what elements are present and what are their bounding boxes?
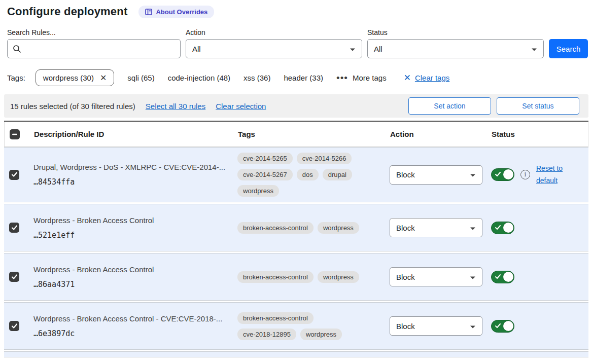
selection-summary: 15 rules selected (of 30 filtered rules) <box>10 102 135 111</box>
table-row: Wordpress - Broken Access Control …86aa4… <box>4 253 588 301</box>
chevron-down-icon <box>470 322 476 331</box>
table-row: Wordpress - Broken Access Control …521e1… <box>4 204 588 251</box>
more-tags-label: More tags <box>353 74 387 82</box>
book-icon <box>145 9 152 15</box>
status-toggle[interactable] <box>491 320 514 333</box>
rule-id: …521e1eff <box>33 231 227 240</box>
column-header-status: Status <box>492 130 588 138</box>
rule-description: Wordpress - Broken Access Control <box>33 265 227 274</box>
rule-description-cell: Wordpress - Broken Access Control …521e1… <box>33 216 237 240</box>
tag-pill: broken-access-control <box>237 271 314 283</box>
action-select-value: Block <box>396 170 415 179</box>
rule-description: Drupal, Wordpress - DoS - XMLRPC - CVE:C… <box>33 163 227 171</box>
action-select-value: Block <box>396 273 415 281</box>
action-filter-label: Action <box>186 28 362 37</box>
action-cell: Block <box>390 267 491 286</box>
status-filter-value: All <box>374 45 382 53</box>
table-row: Wordpress - Broken Access Control - CVE:… <box>4 302 588 350</box>
row-checkbox[interactable] <box>9 272 19 282</box>
row-tags: broken-access-controlwordpress <box>237 222 375 234</box>
status-toggle[interactable] <box>491 168 514 181</box>
rule-id: …6e3897dc <box>33 329 227 338</box>
rule-id: …86aa4371 <box>33 280 227 289</box>
chevron-down-icon <box>531 45 537 53</box>
chevron-down-icon <box>350 45 356 53</box>
status-toggle[interactable] <box>491 271 514 283</box>
info-icon: i <box>520 170 530 179</box>
row-checkbox[interactable] <box>9 170 19 180</box>
rules-table: Description/Rule ID Tags Action Status D… <box>4 121 588 357</box>
toggle-knob <box>503 169 513 179</box>
rule-description: Wordpress - Broken Access Control <box>33 216 227 225</box>
selected-tag-label: wordpress (30) <box>43 74 94 82</box>
action-select[interactable]: Block <box>390 316 482 336</box>
clear-tags-link[interactable]: ✕ Clear tags <box>404 72 450 83</box>
tag-pill: wordpress <box>318 222 359 234</box>
toggle-knob <box>503 272 513 282</box>
status-cell <box>491 222 588 234</box>
search-icon <box>13 45 21 53</box>
selected-tag-chip[interactable]: wordpress (30) ✕ <box>36 69 114 86</box>
chevron-down-icon <box>470 273 476 281</box>
status-cell <box>491 271 588 283</box>
filter-tag[interactable]: header (33) <box>284 74 323 82</box>
status-filter-select[interactable]: All <box>367 39 544 58</box>
clear-selection-link[interactable]: Clear selection <box>216 102 266 111</box>
table-row: Drupal, Wordpress - DoS - XMLRPC - CVE:C… <box>4 147 588 202</box>
action-select-value: Block <box>396 322 415 331</box>
action-filter-select[interactable]: All <box>186 39 362 58</box>
row-checkbox[interactable] <box>9 321 19 331</box>
action-select[interactable]: Block <box>390 267 482 286</box>
toggle-knob <box>503 223 513 233</box>
filter-tag[interactable]: sqli (65) <box>127 74 154 82</box>
action-filter-value: All <box>192 45 201 53</box>
about-overrides-badge[interactable]: About Overrides <box>138 6 214 18</box>
reset-default-link[interactable]: Reset to default <box>536 163 569 187</box>
set-action-button[interactable]: Set action <box>408 97 491 115</box>
select-all-checkbox[interactable] <box>10 129 20 139</box>
tag-pill: drupal <box>323 169 352 180</box>
search-button[interactable]: Search <box>549 39 588 58</box>
search-rules-input[interactable] <box>7 39 181 58</box>
tags-label: Tags: <box>7 74 25 82</box>
selection-bar: 15 rules selected (of 30 filtered rules)… <box>4 94 588 118</box>
column-header-action: Action <box>390 130 492 138</box>
select-all-link[interactable]: Select all 30 rules <box>146 102 205 111</box>
rules-table-body: Drupal, Wordpress - DoS - XMLRPC - CVE:C… <box>4 147 588 357</box>
action-select[interactable]: Block <box>390 218 482 237</box>
tag-pill: cve-2018-12895 <box>237 329 296 340</box>
row-tags: broken-access-controlcve-2018-12895wordp… <box>237 312 375 340</box>
tag-pill: dos <box>297 169 319 180</box>
rule-description-cell: Wordpress - Broken Access Control - CVE:… <box>33 314 237 338</box>
rule-description: Wordpress - Broken Access Control - CVE:… <box>33 314 227 323</box>
filter-bar: Search Rules... Action All Status All Se… <box>7 28 589 58</box>
page-header: Configure deployment About Overrides <box>7 5 589 18</box>
action-cell: Block <box>390 165 491 185</box>
filter-tag[interactable]: xss (36) <box>243 74 270 82</box>
row-checkbox[interactable] <box>9 223 19 233</box>
toggle-knob <box>503 321 513 331</box>
clear-tags-label: Clear tags <box>415 74 449 82</box>
rule-description-cell: Drupal, Wordpress - DoS - XMLRPC - CVE:C… <box>33 163 237 187</box>
page-title: Configure deployment <box>7 5 127 18</box>
column-header-tags: Tags <box>238 130 390 138</box>
row-tags: broken-access-controlwordpress <box>237 271 375 283</box>
chevron-down-icon <box>470 170 476 179</box>
search-rules-label: Search Rules... <box>7 28 181 37</box>
table-row <box>4 351 588 357</box>
action-cell: Block <box>390 316 491 336</box>
status-filter-label: Status <box>367 28 544 37</box>
about-overrides-label: About Overrides <box>156 8 207 16</box>
chevron-down-icon <box>470 224 476 232</box>
action-select[interactable]: Block <box>390 165 482 185</box>
column-header-description: Description/Rule ID <box>34 130 238 138</box>
tag-pill: wordpress <box>318 271 359 283</box>
remove-tag-icon[interactable]: ✕ <box>100 74 107 82</box>
status-toggle[interactable] <box>491 222 514 234</box>
rule-description-cell: Wordpress - Broken Access Control …86aa4… <box>33 265 237 289</box>
set-status-button[interactable]: Set status <box>497 97 579 115</box>
close-icon: ✕ <box>404 72 411 83</box>
filter-tag[interactable]: code-injection (48) <box>168 74 230 82</box>
more-tags-button[interactable]: ••• More tags <box>336 74 387 82</box>
tag-pill: broken-access-control <box>237 312 314 324</box>
